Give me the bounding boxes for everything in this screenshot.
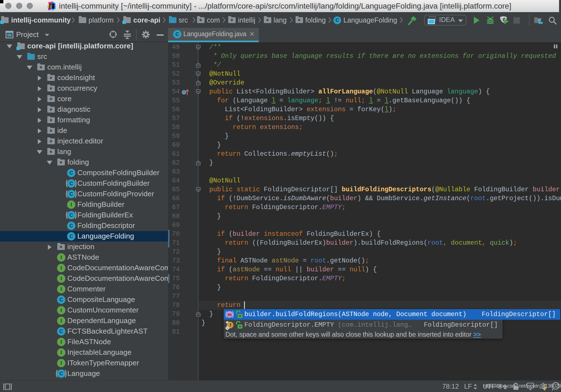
svg-text:m: m	[227, 312, 232, 317]
svg-text:f: f	[230, 322, 231, 328]
svg-text:IJ: IJ	[50, 4, 52, 7]
